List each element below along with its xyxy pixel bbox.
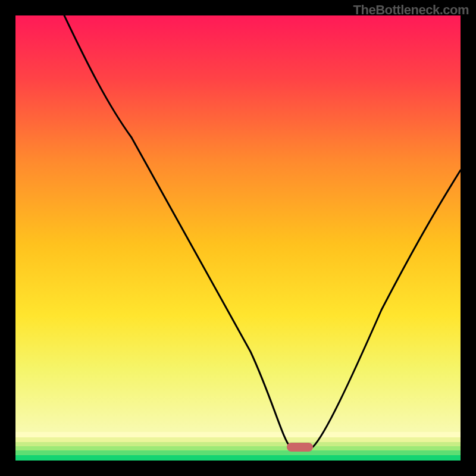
watermark-text: TheBottleneck.com: [353, 2, 469, 18]
band-6: [15, 455, 461, 461]
chart-svg: [15, 15, 461, 461]
band-2: [15, 437, 461, 442]
band-1: [15, 432, 461, 437]
valley-marker: [287, 443, 313, 452]
band-5: [15, 450, 461, 455]
gradient-background: [15, 15, 461, 432]
band-4: [15, 446, 461, 450]
chart-container: [15, 15, 461, 461]
band-3: [15, 442, 461, 446]
